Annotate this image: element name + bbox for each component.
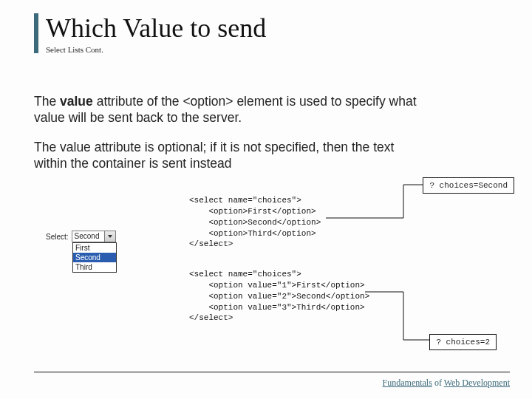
option-first[interactable]: First (73, 243, 116, 253)
svg-marker-2 (108, 235, 112, 238)
option-third[interactable]: Third (73, 262, 116, 272)
select-box[interactable]: Second (72, 231, 116, 242)
p1-mid: attribute of the (93, 94, 183, 109)
select-value: Second (72, 231, 104, 242)
paragraph-2: The value attribute is optional; if it i… (34, 140, 418, 172)
chevron-down-icon[interactable] (104, 231, 115, 242)
select-label: Select: (46, 233, 69, 241)
footer-b: of (432, 378, 444, 388)
select-dropdown: First Second Third (72, 242, 117, 273)
footer-c: Web Development (444, 378, 510, 388)
code-block-implicit: <select name="choices"> <option>First</o… (189, 195, 321, 250)
p1-prefix: The (34, 94, 60, 109)
option-second[interactable]: Second (73, 253, 116, 262)
slide: Which Value to send Select Lists Cont. T… (0, 0, 532, 399)
paragraph-1: The value attribute of the <option> elem… (34, 94, 418, 126)
accent-bar (34, 13, 38, 53)
footer: Fundamentals of Web Development (383, 378, 510, 389)
body: The value attribute of the <option> elem… (34, 94, 498, 172)
page-subtitle: Select Lists Cont. (46, 45, 498, 54)
page-title: Which Value to send (46, 13, 498, 44)
footer-rule (34, 372, 510, 372)
result-explicit: ? choices=2 (429, 334, 497, 350)
footer-a: Fundamentals (383, 378, 432, 388)
select-mock: Select: Second First Second Third (46, 231, 134, 273)
result-implicit: ? choices=Second (423, 177, 514, 194)
diagram: Select: Second First Second Third <selec… (34, 188, 510, 358)
p1-tag: <option> (183, 94, 233, 109)
p1-bold: value (60, 94, 93, 109)
code-block-explicit: <select name="choices"> <option value="1… (189, 269, 369, 324)
